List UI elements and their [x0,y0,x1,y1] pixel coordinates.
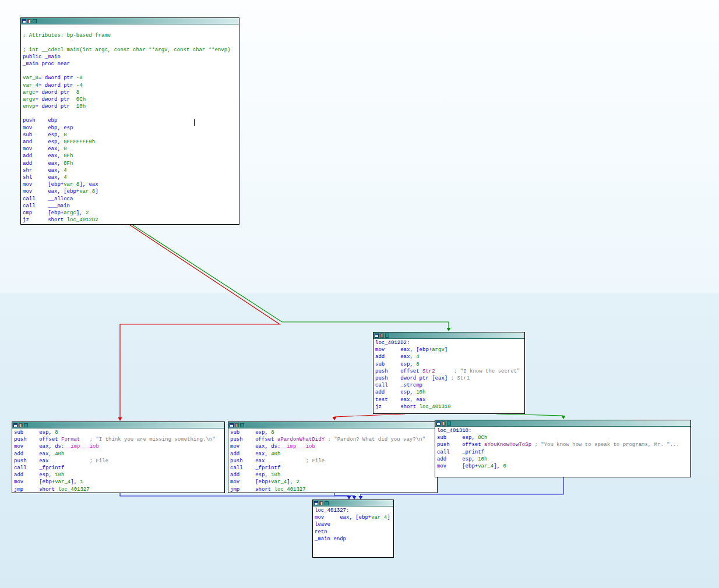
asm-token: cmp [ebp+ [23,210,64,216]
asm-line[interactable]: push eax ; File [230,458,435,465]
asm-token: 1 [80,479,83,485]
asm-line[interactable] [23,68,237,75]
asm-line[interactable]: mov ebp, esp [23,125,237,132]
asm-line[interactable]: mov [ebp+var_8], eax [23,181,237,188]
asm-line[interactable]: mov [ebp+var_4], 2 [230,479,435,486]
asm-line[interactable]: public _main [23,54,237,61]
asm-token: mov [ebp+ [437,463,478,469]
asm-token: var_8 [23,75,38,81]
asm-line[interactable]: test eax, eax [375,396,523,403]
asm-line[interactable]: add esp, 10h [230,472,435,479]
asm-line[interactable]: call _fprintf [230,465,435,472]
asm-line[interactable]: mov eax, 0 [23,146,237,153]
asm-line[interactable] [23,110,237,117]
asm-line[interactable]: mov eax, [ebp+var_4] [315,514,392,521]
asm-line[interactable]: leave [315,521,392,528]
asm-line[interactable]: mov [ebp+var_4], 1 [14,479,223,486]
asm-line[interactable]: retn [315,529,392,536]
asm-line[interactable]: add esp, 10h [375,389,523,396]
node-titlebar[interactable] [313,500,393,506]
asm-line[interactable]: argc= dword ptr 8 [23,89,237,96]
asm-line[interactable]: add eax, 4 [375,353,523,360]
asm-line[interactable]: envp= dword ptr 10h [23,103,237,110]
asm-line[interactable]: push dword ptr [eax] ; Str1 [375,375,523,382]
asm-token: push offset [14,437,61,442]
asm-line[interactable]: mov eax, [ebp+argv] [375,346,523,353]
asm-line[interactable]: jz short loc_4012D2 [23,217,237,224]
asm-line[interactable]: cmp [ebp+argc], 2 [23,210,237,217]
asm-token: var_4 [478,463,494,469]
asm-line[interactable]: push ebp [23,117,237,124]
asm-line[interactable]: push offset Str2 ; "I know the secret" [375,368,523,375]
asm-line[interactable]: add eax, 0Fh [23,160,237,167]
pencil-icon [325,501,329,505]
asm-line[interactable]: sub esp, 8 [230,429,435,436]
asm-line[interactable]: call ___main [23,203,237,210]
asm-line[interactable]: add eax, 0Fh [23,153,237,160]
graph-node-missing-something[interactable]: sub esp, 8push offset Format ; "I think … [12,421,225,493]
asm-line[interactable]: _main endp [315,536,392,543]
asm-token: 8 [76,90,79,95]
asm-line[interactable]: add esp, 10h [14,472,223,479]
asm-line[interactable]: mov eax, ds:__imp___iob [14,443,223,450]
asm-token: 8 [416,362,419,367]
asm-line[interactable]: loc_401310: [437,427,689,434]
asm-line[interactable]: mov eax, [ebp+var_8] [23,188,237,195]
asm-line[interactable]: push offset Format ; "I think you are mi… [14,436,223,443]
asm-line[interactable]: sub esp, 8 [14,429,223,436]
asm-token: add eax, [375,354,416,360]
asm-line[interactable]: call _fprintf [14,465,223,472]
asm-line[interactable]: call _printf [437,449,689,456]
asm-line[interactable]: jmp short loc_401327 [14,486,223,493]
asm-line[interactable]: loc_4012D2: [375,339,523,346]
asm-line[interactable]: shl eax, 4 [23,174,237,181]
asm-token: mov eax, [ebp+ [23,189,79,194]
text-cursor [194,119,195,126]
asm-line[interactable]: var_8= dword ptr -8 [23,75,237,82]
asm-line[interactable]: sub esp, 0Ch [437,434,689,441]
graph-canvas[interactable]: ; Attributes: bp-based frame ; int __cde… [0,0,719,588]
node-titlebar[interactable] [12,422,224,428]
asm-line[interactable]: add eax, 40h [14,451,223,458]
asm-line[interactable]: ; int __cdecl main(int argc, const char … [23,47,237,54]
asm-token: push offset [375,369,422,374]
graph-node-pardon[interactable]: sub esp, 8push offset aPardonWhatDidY ; … [228,421,438,493]
asm-line[interactable]: argv= dword ptr 0Ch [23,96,237,103]
asm-line[interactable]: _main proc near [23,61,237,68]
asm-line[interactable]: push offset aPardonWhatDidY ; "Pardon? W… [230,436,435,443]
asm-line[interactable]: push eax ; File [14,458,223,465]
graph-node-loc_4012D2[interactable]: loc_4012D2:mov eax, [ebp+argv]add eax, 4… [373,332,525,414]
asm-line[interactable]: shr eax, 4 [23,167,237,174]
asm-line[interactable]: and esp, 0FFFFFFF0h [23,139,237,146]
asm-token: jmp short [14,487,58,493]
node-titlebar[interactable] [21,18,239,24]
asm-token: -8 [76,75,83,81]
asm-line[interactable]: call __alloca [23,196,237,203]
node-titlebar[interactable] [228,422,437,428]
asm-line[interactable] [23,39,237,46]
asm-line[interactable]: jmp short loc_401327 [230,486,435,493]
node-titlebar[interactable] [373,332,524,339]
asm-token: ] [445,347,447,353]
asm-line[interactable]: push offset aYouKnowHowToSp ; "You know … [437,441,689,448]
asm-line[interactable]: call _strcmp [375,382,523,389]
asm-line[interactable]: sub esp, 8 [375,361,523,368]
asm-line[interactable]: loc_401327: [315,507,392,514]
asm-line[interactable]: ; Attributes: bp-based frame [23,32,237,39]
node-titlebar[interactable] [435,420,690,427]
window-icon [436,421,440,426]
asm-token: 4 [64,175,66,180]
graph-node-entry[interactable]: ; Attributes: bp-based frame ; int __cde… [20,17,239,225]
asm-token: ; Str1 [451,376,470,381]
asm-line[interactable] [23,25,237,32]
asm-line[interactable]: add eax, 40h [230,451,435,458]
asm-line[interactable]: add esp, 10h [437,456,689,463]
graph-node-loc_401327[interactable]: loc_401327:mov eax, [ebp+var_4]leaveretn… [312,500,394,558]
asm-line[interactable]: var_4= dword ptr -4 [23,82,237,89]
asm-line[interactable]: sub esp, 8 [23,132,237,139]
asm-line[interactable]: mov eax, ds:__imp___iob [230,443,435,450]
asm-token: jmp short [230,487,274,493]
graph-node-loc_401310[interactable]: loc_401310:sub esp, 0Chpush offset aYouK… [435,420,691,477]
asm-line[interactable]: jz short loc_401310 [375,403,523,410]
asm-line[interactable]: mov [ebp+var_4], 0 [437,463,689,470]
